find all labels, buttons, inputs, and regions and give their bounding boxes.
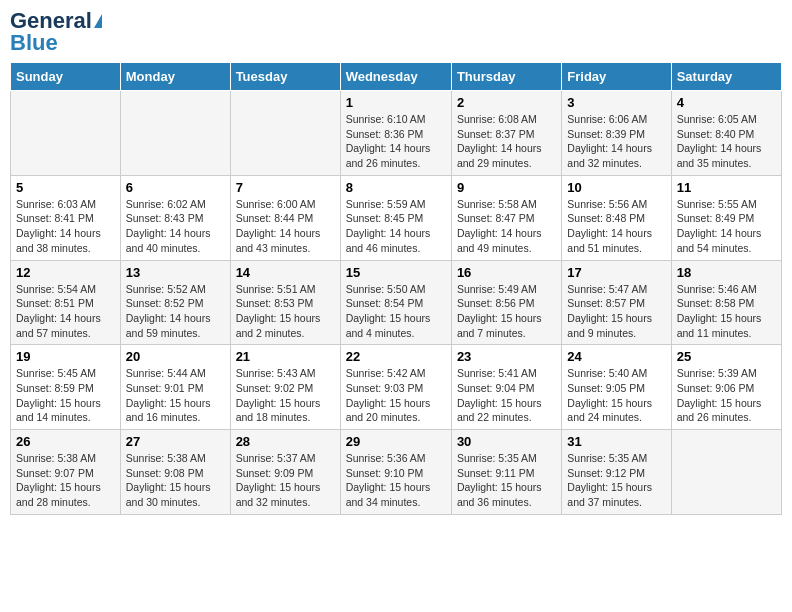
logo-text-general: General: [10, 10, 92, 32]
calendar-week-row: 19Sunrise: 5:45 AM Sunset: 8:59 PM Dayli…: [11, 345, 782, 430]
day-info: Sunrise: 6:08 AM Sunset: 8:37 PM Dayligh…: [457, 112, 556, 171]
column-header-thursday: Thursday: [451, 63, 561, 91]
day-number: 25: [677, 349, 776, 364]
calendar-table: SundayMondayTuesdayWednesdayThursdayFrid…: [10, 62, 782, 515]
column-header-sunday: Sunday: [11, 63, 121, 91]
day-number: 1: [346, 95, 446, 110]
calendar-cell: 21Sunrise: 5:43 AM Sunset: 9:02 PM Dayli…: [230, 345, 340, 430]
day-number: 30: [457, 434, 556, 449]
day-info: Sunrise: 5:54 AM Sunset: 8:51 PM Dayligh…: [16, 282, 115, 341]
column-header-saturday: Saturday: [671, 63, 781, 91]
calendar-cell: 6Sunrise: 6:02 AM Sunset: 8:43 PM Daylig…: [120, 175, 230, 260]
day-number: 7: [236, 180, 335, 195]
day-info: Sunrise: 5:51 AM Sunset: 8:53 PM Dayligh…: [236, 282, 335, 341]
page-header: General Blue: [10, 10, 782, 54]
calendar-cell: [11, 91, 121, 176]
calendar-cell: [120, 91, 230, 176]
day-number: 13: [126, 265, 225, 280]
day-info: Sunrise: 5:43 AM Sunset: 9:02 PM Dayligh…: [236, 366, 335, 425]
logo: General Blue: [10, 10, 102, 54]
calendar-cell: [230, 91, 340, 176]
day-info: Sunrise: 5:46 AM Sunset: 8:58 PM Dayligh…: [677, 282, 776, 341]
day-info: Sunrise: 5:56 AM Sunset: 8:48 PM Dayligh…: [567, 197, 665, 256]
day-number: 9: [457, 180, 556, 195]
day-number: 4: [677, 95, 776, 110]
day-number: 2: [457, 95, 556, 110]
calendar-cell: 22Sunrise: 5:42 AM Sunset: 9:03 PM Dayli…: [340, 345, 451, 430]
calendar-cell: 5Sunrise: 6:03 AM Sunset: 8:41 PM Daylig…: [11, 175, 121, 260]
calendar-cell: 15Sunrise: 5:50 AM Sunset: 8:54 PM Dayli…: [340, 260, 451, 345]
calendar-cell: 7Sunrise: 6:00 AM Sunset: 8:44 PM Daylig…: [230, 175, 340, 260]
calendar-cell: 10Sunrise: 5:56 AM Sunset: 8:48 PM Dayli…: [562, 175, 671, 260]
day-info: Sunrise: 5:49 AM Sunset: 8:56 PM Dayligh…: [457, 282, 556, 341]
day-info: Sunrise: 5:44 AM Sunset: 9:01 PM Dayligh…: [126, 366, 225, 425]
day-info: Sunrise: 5:37 AM Sunset: 9:09 PM Dayligh…: [236, 451, 335, 510]
day-number: 5: [16, 180, 115, 195]
day-info: Sunrise: 5:58 AM Sunset: 8:47 PM Dayligh…: [457, 197, 556, 256]
day-number: 12: [16, 265, 115, 280]
day-number: 29: [346, 434, 446, 449]
calendar-cell: 24Sunrise: 5:40 AM Sunset: 9:05 PM Dayli…: [562, 345, 671, 430]
day-number: 10: [567, 180, 665, 195]
calendar-cell: [671, 430, 781, 515]
calendar-cell: 1Sunrise: 6:10 AM Sunset: 8:36 PM Daylig…: [340, 91, 451, 176]
day-info: Sunrise: 6:00 AM Sunset: 8:44 PM Dayligh…: [236, 197, 335, 256]
day-number: 31: [567, 434, 665, 449]
calendar-cell: 11Sunrise: 5:55 AM Sunset: 8:49 PM Dayli…: [671, 175, 781, 260]
day-info: Sunrise: 5:40 AM Sunset: 9:05 PM Dayligh…: [567, 366, 665, 425]
day-number: 3: [567, 95, 665, 110]
calendar-header-row: SundayMondayTuesdayWednesdayThursdayFrid…: [11, 63, 782, 91]
day-number: 26: [16, 434, 115, 449]
calendar-cell: 26Sunrise: 5:38 AM Sunset: 9:07 PM Dayli…: [11, 430, 121, 515]
calendar-cell: 8Sunrise: 5:59 AM Sunset: 8:45 PM Daylig…: [340, 175, 451, 260]
column-header-friday: Friday: [562, 63, 671, 91]
calendar-cell: 17Sunrise: 5:47 AM Sunset: 8:57 PM Dayli…: [562, 260, 671, 345]
day-number: 20: [126, 349, 225, 364]
calendar-cell: 9Sunrise: 5:58 AM Sunset: 8:47 PM Daylig…: [451, 175, 561, 260]
day-info: Sunrise: 5:50 AM Sunset: 8:54 PM Dayligh…: [346, 282, 446, 341]
day-number: 21: [236, 349, 335, 364]
day-number: 23: [457, 349, 556, 364]
day-info: Sunrise: 6:06 AM Sunset: 8:39 PM Dayligh…: [567, 112, 665, 171]
calendar-cell: 30Sunrise: 5:35 AM Sunset: 9:11 PM Dayli…: [451, 430, 561, 515]
day-info: Sunrise: 5:35 AM Sunset: 9:11 PM Dayligh…: [457, 451, 556, 510]
calendar-cell: 25Sunrise: 5:39 AM Sunset: 9:06 PM Dayli…: [671, 345, 781, 430]
day-info: Sunrise: 6:03 AM Sunset: 8:41 PM Dayligh…: [16, 197, 115, 256]
calendar-cell: 28Sunrise: 5:37 AM Sunset: 9:09 PM Dayli…: [230, 430, 340, 515]
day-info: Sunrise: 5:38 AM Sunset: 9:08 PM Dayligh…: [126, 451, 225, 510]
calendar-week-row: 12Sunrise: 5:54 AM Sunset: 8:51 PM Dayli…: [11, 260, 782, 345]
calendar-cell: 12Sunrise: 5:54 AM Sunset: 8:51 PM Dayli…: [11, 260, 121, 345]
day-number: 19: [16, 349, 115, 364]
day-info: Sunrise: 5:36 AM Sunset: 9:10 PM Dayligh…: [346, 451, 446, 510]
calendar-week-row: 26Sunrise: 5:38 AM Sunset: 9:07 PM Dayli…: [11, 430, 782, 515]
day-number: 11: [677, 180, 776, 195]
calendar-cell: 14Sunrise: 5:51 AM Sunset: 8:53 PM Dayli…: [230, 260, 340, 345]
day-number: 16: [457, 265, 556, 280]
calendar-cell: 20Sunrise: 5:44 AM Sunset: 9:01 PM Dayli…: [120, 345, 230, 430]
calendar-cell: 19Sunrise: 5:45 AM Sunset: 8:59 PM Dayli…: [11, 345, 121, 430]
day-number: 22: [346, 349, 446, 364]
day-number: 15: [346, 265, 446, 280]
day-number: 14: [236, 265, 335, 280]
day-info: Sunrise: 6:10 AM Sunset: 8:36 PM Dayligh…: [346, 112, 446, 171]
logo-text-blue: Blue: [10, 32, 58, 54]
day-info: Sunrise: 5:38 AM Sunset: 9:07 PM Dayligh…: [16, 451, 115, 510]
calendar-cell: 29Sunrise: 5:36 AM Sunset: 9:10 PM Dayli…: [340, 430, 451, 515]
day-info: Sunrise: 6:02 AM Sunset: 8:43 PM Dayligh…: [126, 197, 225, 256]
day-info: Sunrise: 5:45 AM Sunset: 8:59 PM Dayligh…: [16, 366, 115, 425]
calendar-week-row: 1Sunrise: 6:10 AM Sunset: 8:36 PM Daylig…: [11, 91, 782, 176]
day-info: Sunrise: 6:05 AM Sunset: 8:40 PM Dayligh…: [677, 112, 776, 171]
calendar-week-row: 5Sunrise: 6:03 AM Sunset: 8:41 PM Daylig…: [11, 175, 782, 260]
day-info: Sunrise: 5:52 AM Sunset: 8:52 PM Dayligh…: [126, 282, 225, 341]
day-info: Sunrise: 5:39 AM Sunset: 9:06 PM Dayligh…: [677, 366, 776, 425]
day-number: 28: [236, 434, 335, 449]
day-info: Sunrise: 5:55 AM Sunset: 8:49 PM Dayligh…: [677, 197, 776, 256]
calendar-cell: 18Sunrise: 5:46 AM Sunset: 8:58 PM Dayli…: [671, 260, 781, 345]
day-info: Sunrise: 5:41 AM Sunset: 9:04 PM Dayligh…: [457, 366, 556, 425]
day-number: 6: [126, 180, 225, 195]
day-info: Sunrise: 5:47 AM Sunset: 8:57 PM Dayligh…: [567, 282, 665, 341]
day-number: 8: [346, 180, 446, 195]
day-info: Sunrise: 5:59 AM Sunset: 8:45 PM Dayligh…: [346, 197, 446, 256]
day-number: 17: [567, 265, 665, 280]
column-header-wednesday: Wednesday: [340, 63, 451, 91]
